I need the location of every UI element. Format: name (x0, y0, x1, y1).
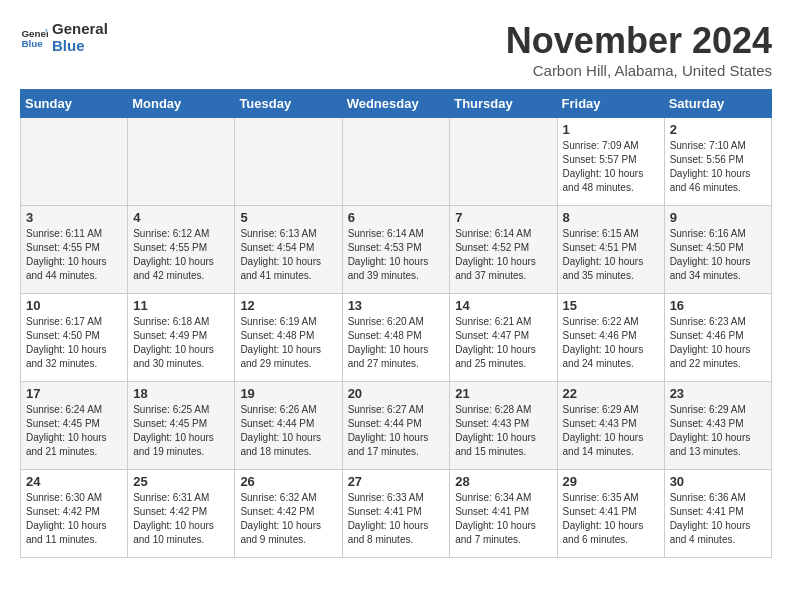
day-info: Sunrise: 6:11 AM Sunset: 4:55 PM Dayligh… (26, 227, 122, 283)
calendar-cell: 8Sunrise: 6:15 AM Sunset: 4:51 PM Daylig… (557, 206, 664, 294)
day-number: 4 (133, 210, 229, 225)
calendar-table: SundayMondayTuesdayWednesdayThursdayFrid… (20, 89, 772, 558)
day-info: Sunrise: 6:29 AM Sunset: 4:43 PM Dayligh… (563, 403, 659, 459)
week-row-3: 10Sunrise: 6:17 AM Sunset: 4:50 PM Dayli… (21, 294, 772, 382)
svg-text:Blue: Blue (21, 38, 43, 49)
day-info: Sunrise: 6:15 AM Sunset: 4:51 PM Dayligh… (563, 227, 659, 283)
calendar-cell: 19Sunrise: 6:26 AM Sunset: 4:44 PM Dayli… (235, 382, 342, 470)
day-number: 2 (670, 122, 766, 137)
calendar-cell: 3Sunrise: 6:11 AM Sunset: 4:55 PM Daylig… (21, 206, 128, 294)
logo-icon: General Blue (20, 23, 48, 51)
calendar-cell: 5Sunrise: 6:13 AM Sunset: 4:54 PM Daylig… (235, 206, 342, 294)
calendar-cell: 10Sunrise: 6:17 AM Sunset: 4:50 PM Dayli… (21, 294, 128, 382)
calendar-cell: 16Sunrise: 6:23 AM Sunset: 4:46 PM Dayli… (664, 294, 771, 382)
day-info: Sunrise: 6:12 AM Sunset: 4:55 PM Dayligh… (133, 227, 229, 283)
day-info: Sunrise: 6:29 AM Sunset: 4:43 PM Dayligh… (670, 403, 766, 459)
calendar-cell: 29Sunrise: 6:35 AM Sunset: 4:41 PM Dayli… (557, 470, 664, 558)
day-info: Sunrise: 6:30 AM Sunset: 4:42 PM Dayligh… (26, 491, 122, 547)
calendar-cell: 11Sunrise: 6:18 AM Sunset: 4:49 PM Dayli… (128, 294, 235, 382)
calendar-cell: 2Sunrise: 7:10 AM Sunset: 5:56 PM Daylig… (664, 118, 771, 206)
week-row-5: 24Sunrise: 6:30 AM Sunset: 4:42 PM Dayli… (21, 470, 772, 558)
day-info: Sunrise: 6:26 AM Sunset: 4:44 PM Dayligh… (240, 403, 336, 459)
day-number: 10 (26, 298, 122, 313)
day-info: Sunrise: 6:22 AM Sunset: 4:46 PM Dayligh… (563, 315, 659, 371)
day-number: 19 (240, 386, 336, 401)
calendar-cell: 27Sunrise: 6:33 AM Sunset: 4:41 PM Dayli… (342, 470, 450, 558)
calendar-cell: 21Sunrise: 6:28 AM Sunset: 4:43 PM Dayli… (450, 382, 557, 470)
day-info: Sunrise: 6:31 AM Sunset: 4:42 PM Dayligh… (133, 491, 229, 547)
calendar-cell: 25Sunrise: 6:31 AM Sunset: 4:42 PM Dayli… (128, 470, 235, 558)
day-number: 23 (670, 386, 766, 401)
day-number: 28 (455, 474, 551, 489)
weekday-header-thursday: Thursday (450, 90, 557, 118)
calendar-cell (235, 118, 342, 206)
calendar-cell: 13Sunrise: 6:20 AM Sunset: 4:48 PM Dayli… (342, 294, 450, 382)
day-number: 15 (563, 298, 659, 313)
day-number: 22 (563, 386, 659, 401)
title-block: November 2024 Carbon Hill, Alabama, Unit… (506, 20, 772, 79)
weekday-header-monday: Monday (128, 90, 235, 118)
day-info: Sunrise: 6:20 AM Sunset: 4:48 PM Dayligh… (348, 315, 445, 371)
calendar-cell: 26Sunrise: 6:32 AM Sunset: 4:42 PM Dayli… (235, 470, 342, 558)
calendar-cell (450, 118, 557, 206)
day-number: 20 (348, 386, 445, 401)
calendar-cell (342, 118, 450, 206)
logo: General Blue General Blue (20, 20, 108, 54)
calendar-cell: 18Sunrise: 6:25 AM Sunset: 4:45 PM Dayli… (128, 382, 235, 470)
weekday-header-tuesday: Tuesday (235, 90, 342, 118)
day-info: Sunrise: 6:14 AM Sunset: 4:53 PM Dayligh… (348, 227, 445, 283)
day-number: 16 (670, 298, 766, 313)
calendar-cell: 30Sunrise: 6:36 AM Sunset: 4:41 PM Dayli… (664, 470, 771, 558)
day-info: Sunrise: 6:32 AM Sunset: 4:42 PM Dayligh… (240, 491, 336, 547)
day-number: 13 (348, 298, 445, 313)
day-number: 26 (240, 474, 336, 489)
day-info: Sunrise: 6:25 AM Sunset: 4:45 PM Dayligh… (133, 403, 229, 459)
calendar-cell: 4Sunrise: 6:12 AM Sunset: 4:55 PM Daylig… (128, 206, 235, 294)
weekday-header-wednesday: Wednesday (342, 90, 450, 118)
calendar-cell: 6Sunrise: 6:14 AM Sunset: 4:53 PM Daylig… (342, 206, 450, 294)
day-info: Sunrise: 6:23 AM Sunset: 4:46 PM Dayligh… (670, 315, 766, 371)
day-number: 14 (455, 298, 551, 313)
day-number: 30 (670, 474, 766, 489)
calendar-cell (128, 118, 235, 206)
day-info: Sunrise: 7:09 AM Sunset: 5:57 PM Dayligh… (563, 139, 659, 195)
day-number: 3 (26, 210, 122, 225)
day-info: Sunrise: 6:14 AM Sunset: 4:52 PM Dayligh… (455, 227, 551, 283)
calendar-cell: 14Sunrise: 6:21 AM Sunset: 4:47 PM Dayli… (450, 294, 557, 382)
day-number: 25 (133, 474, 229, 489)
day-number: 7 (455, 210, 551, 225)
day-info: Sunrise: 6:36 AM Sunset: 4:41 PM Dayligh… (670, 491, 766, 547)
calendar-cell: 23Sunrise: 6:29 AM Sunset: 4:43 PM Dayli… (664, 382, 771, 470)
day-number: 8 (563, 210, 659, 225)
day-info: Sunrise: 6:27 AM Sunset: 4:44 PM Dayligh… (348, 403, 445, 459)
day-number: 11 (133, 298, 229, 313)
day-info: Sunrise: 6:35 AM Sunset: 4:41 PM Dayligh… (563, 491, 659, 547)
day-number: 27 (348, 474, 445, 489)
day-number: 29 (563, 474, 659, 489)
day-number: 21 (455, 386, 551, 401)
logo-line1: General (52, 20, 108, 37)
day-info: Sunrise: 6:13 AM Sunset: 4:54 PM Dayligh… (240, 227, 336, 283)
day-info: Sunrise: 7:10 AM Sunset: 5:56 PM Dayligh… (670, 139, 766, 195)
day-number: 24 (26, 474, 122, 489)
weekday-header-row: SundayMondayTuesdayWednesdayThursdayFrid… (21, 90, 772, 118)
day-info: Sunrise: 6:28 AM Sunset: 4:43 PM Dayligh… (455, 403, 551, 459)
day-info: Sunrise: 6:16 AM Sunset: 4:50 PM Dayligh… (670, 227, 766, 283)
weekday-header-friday: Friday (557, 90, 664, 118)
day-number: 1 (563, 122, 659, 137)
day-info: Sunrise: 6:18 AM Sunset: 4:49 PM Dayligh… (133, 315, 229, 371)
month-title: November 2024 (506, 20, 772, 62)
day-number: 17 (26, 386, 122, 401)
weekday-header-sunday: Sunday (21, 90, 128, 118)
week-row-2: 3Sunrise: 6:11 AM Sunset: 4:55 PM Daylig… (21, 206, 772, 294)
weekday-header-saturday: Saturday (664, 90, 771, 118)
day-info: Sunrise: 6:24 AM Sunset: 4:45 PM Dayligh… (26, 403, 122, 459)
location: Carbon Hill, Alabama, United States (506, 62, 772, 79)
day-info: Sunrise: 6:17 AM Sunset: 4:50 PM Dayligh… (26, 315, 122, 371)
calendar-cell: 15Sunrise: 6:22 AM Sunset: 4:46 PM Dayli… (557, 294, 664, 382)
week-row-1: 1Sunrise: 7:09 AM Sunset: 5:57 PM Daylig… (21, 118, 772, 206)
day-number: 6 (348, 210, 445, 225)
calendar-cell: 12Sunrise: 6:19 AM Sunset: 4:48 PM Dayli… (235, 294, 342, 382)
day-number: 5 (240, 210, 336, 225)
calendar-cell: 24Sunrise: 6:30 AM Sunset: 4:42 PM Dayli… (21, 470, 128, 558)
